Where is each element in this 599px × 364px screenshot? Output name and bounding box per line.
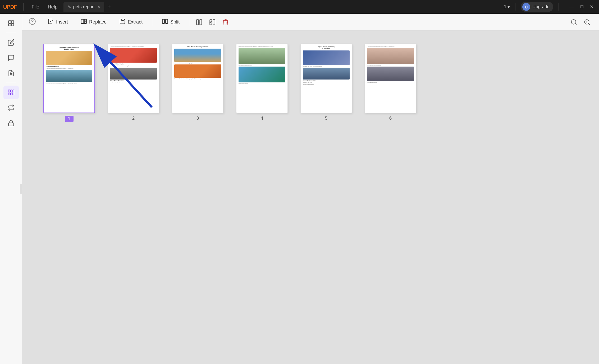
svg-line-22 <box>123 19 125 21</box>
pages-grid: The Health and Mood-BoostingBenefits of … <box>43 44 578 122</box>
user-divider <box>559 3 559 11</box>
tab-area: ✎ pets report × + <box>63 2 502 12</box>
page-item-4[interactable]: Lorem ipsum dolor sit amet consectetur a… <box>236 44 288 121</box>
user-avatar: U <box>522 3 530 11</box>
toolbar-divider-2 <box>189 18 189 26</box>
page-item-5[interactable]: Improve Working Productivityin Using App… <box>300 44 352 121</box>
svg-rect-10 <box>13 90 14 95</box>
svg-rect-23 <box>162 19 164 24</box>
app-logo: UPDF <box>3 4 17 10</box>
sidebar-item-organize[interactable] <box>3 86 19 99</box>
svg-line-34 <box>588 24 590 25</box>
divider <box>23 3 24 11</box>
svg-rect-2 <box>8 24 11 26</box>
svg-rect-9 <box>10 93 12 95</box>
replace-button[interactable]: Replace <box>75 16 112 28</box>
page-thumb-4[interactable]: Lorem ipsum dolor sit amet consectetur a… <box>236 44 288 113</box>
svg-rect-8 <box>8 93 10 95</box>
delete-button[interactable] <box>220 17 231 28</box>
svg-rect-11 <box>8 123 14 126</box>
insert-label: Insert <box>56 19 68 25</box>
main-layout: › Inse <box>0 14 599 364</box>
replace-label: Replace <box>89 19 107 25</box>
svg-rect-7 <box>10 90 12 92</box>
help-icon[interactable] <box>29 18 36 27</box>
tab-add-button[interactable]: + <box>105 3 113 10</box>
page-number-1: 1 <box>65 116 74 122</box>
page-item-3[interactable]: A Key Phase in the History of Tourism Lo… <box>172 44 223 121</box>
tab-edit-icon: ✎ <box>68 4 71 10</box>
upgrade-label: Upgrade <box>532 4 550 10</box>
nav-divider <box>515 3 515 11</box>
tab-title: pets report <box>73 4 95 10</box>
active-tab[interactable]: ✎ pets report × <box>63 2 104 12</box>
collapse-left-button[interactable] <box>194 17 205 28</box>
insert-button[interactable]: Insert <box>42 16 73 28</box>
svg-rect-3 <box>11 24 14 26</box>
sidebar-sep-1 <box>6 33 16 33</box>
svg-rect-6 <box>8 90 10 92</box>
sidebar-item-convert[interactable] <box>3 101 19 115</box>
page-thumb-6[interactable]: Lorem ipsum dolor sit amet consectetur a… <box>365 44 416 113</box>
page-number: 1 <box>504 4 506 10</box>
sidebar-item-protect[interactable] <box>3 116 19 130</box>
page-nav-arrow: ▾ <box>507 4 510 10</box>
zoom-in-button[interactable] <box>582 17 593 28</box>
page-number-5: 5 <box>325 116 327 121</box>
user-badge[interactable]: U Upgrade <box>521 2 553 12</box>
page-thumb-3[interactable]: A Key Phase in the History of Tourism Lo… <box>172 44 223 113</box>
sidebar-item-comment[interactable] <box>3 51 19 65</box>
page-item-6[interactable]: Lorem ipsum dolor sit amet consectetur a… <box>365 44 416 121</box>
page-number-2: 2 <box>132 116 135 121</box>
svg-line-31 <box>575 24 577 25</box>
toolbar-divider-1 <box>152 18 152 26</box>
svg-rect-25 <box>196 20 199 25</box>
extract-icon <box>119 18 126 26</box>
svg-rect-29 <box>213 20 215 25</box>
zoom-out-button[interactable] <box>568 17 579 28</box>
extract-button[interactable]: Extract <box>114 16 148 28</box>
maximize-button[interactable]: □ <box>578 3 586 10</box>
page-item-1[interactable]: The Health and Mood-BoostingBenefits of … <box>43 44 95 122</box>
replace-icon <box>81 18 87 26</box>
split-button[interactable]: Split <box>157 16 185 28</box>
svg-rect-26 <box>200 20 202 25</box>
collapse-right-button[interactable] <box>207 17 218 28</box>
sidebar-sep-2 <box>6 83 16 83</box>
tab-close-button[interactable]: × <box>98 5 100 9</box>
extract-label: Extract <box>128 19 143 25</box>
toolbar-zoom-controls <box>568 17 593 28</box>
sidebar-item-pages[interactable] <box>3 66 19 80</box>
page-navigator[interactable]: 1 ▾ <box>504 4 510 10</box>
svg-rect-1 <box>11 21 14 23</box>
insert-icon <box>48 18 54 26</box>
toolbar: Insert Replace <box>22 14 599 31</box>
menu-file[interactable]: File <box>28 3 43 11</box>
menu-help[interactable]: Help <box>44 3 61 11</box>
sidebar: › <box>0 14 22 364</box>
window-controls: — □ ✕ <box>567 3 596 10</box>
split-label: Split <box>170 19 180 25</box>
page-thumb-2[interactable]: Lorem ipsum dolor sit amet consectetur a… <box>108 44 159 113</box>
content-area: Insert Replace <box>22 14 599 364</box>
svg-rect-0 <box>8 21 11 23</box>
close-button[interactable]: ✕ <box>588 3 596 10</box>
sidebar-item-view[interactable] <box>3 16 19 30</box>
svg-rect-24 <box>166 19 168 24</box>
split-icon <box>162 18 168 26</box>
svg-rect-18 <box>81 19 84 24</box>
sidebar-item-edit[interactable] <box>3 36 19 49</box>
minimize-button[interactable]: — <box>567 3 576 10</box>
title-bar: UPDF File Help ✎ pets report × + 1 ▾ U U… <box>0 0 599 14</box>
pages-scroll-area[interactable]: The Health and Mood-BoostingBenefits of … <box>22 31 599 364</box>
page-thumb-1[interactable]: The Health and Mood-BoostingBenefits of … <box>43 44 95 113</box>
page-item-2[interactable]: Lorem ipsum dolor sit amet consectetur a… <box>108 44 159 121</box>
menu-bar: File Help <box>28 3 61 11</box>
page-number-4: 4 <box>261 116 263 121</box>
page-thumb-5[interactable]: Improve Working Productivityin Using App… <box>300 44 352 113</box>
page-number-3: 3 <box>196 116 199 121</box>
page-number-6: 6 <box>389 116 392 121</box>
title-bar-right: 1 ▾ U Upgrade — □ ✕ <box>504 2 596 12</box>
